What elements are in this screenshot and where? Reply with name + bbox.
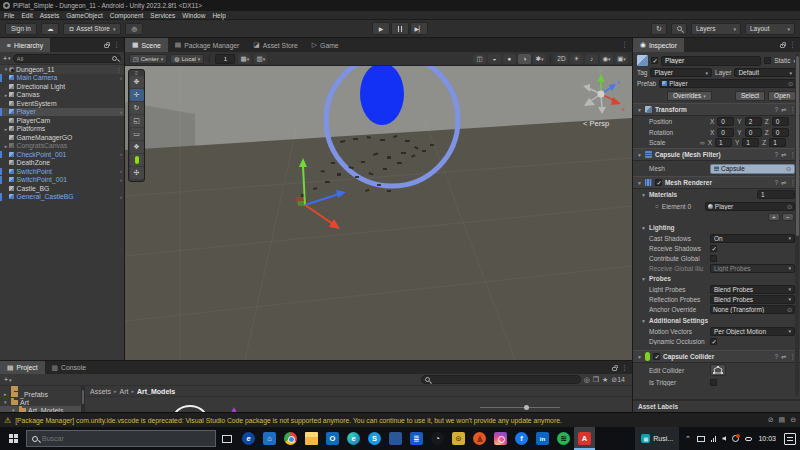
asset-store-button[interactable]: ◘Asset Store▾ (63, 23, 121, 35)
thumbnail-size-slider[interactable] (480, 405, 560, 410)
material-object-field[interactable]: Player⊙ (705, 202, 795, 211)
capsule-collider-header[interactable]: ▼ Capsule Collider ?⇌⋮ (633, 350, 800, 363)
transform-header[interactable]: ▼ Transform ?⇌⋮ (633, 103, 800, 116)
tray-people-icon[interactable] (732, 435, 739, 442)
scene-visibility-button[interactable]: ● (503, 54, 516, 64)
draw-mode-button[interactable]: ◫ (473, 54, 486, 64)
mute-icon[interactable]: ⊘ (768, 416, 774, 424)
scene-viewport[interactable]: y z x < Persp ≡ (125, 66, 632, 360)
layer-dropdown[interactable]: Default▾ (734, 68, 796, 77)
tray-app-rusi[interactable]: ▦Rusi... (635, 427, 679, 450)
taskbar-app-instagram[interactable] (490, 427, 511, 450)
edit-collider-button[interactable] (710, 364, 726, 376)
hierarchy-item[interactable]: PlayerCam (0, 116, 124, 125)
snap-settings-button[interactable]: ▥▾ (254, 54, 267, 64)
hierarchy-item[interactable]: General_CastleBG› (0, 193, 124, 202)
hierarchy-item[interactable]: SwitchPoint_001› (0, 176, 124, 185)
taskbar-app-internet-explorer[interactable]: e (238, 427, 259, 450)
menu-services[interactable]: Services (150, 12, 175, 19)
taskbar-app-chrome[interactable] (280, 427, 301, 450)
tab-game[interactable]: ▷Game (305, 38, 346, 52)
tab-hierarchy[interactable]: ≡Hierarchy (0, 38, 50, 52)
taskbar-app-gold[interactable]: ⊙ (448, 427, 469, 450)
hierarchy-item[interactable]: ▸Canvas (0, 91, 124, 100)
progress-icon[interactable]: ⊖ (790, 416, 796, 424)
motion-vectors-dropdown[interactable]: Per Object Motion▾ (710, 327, 795, 336)
tab-asset-store[interactable]: ◪Asset Store (246, 38, 305, 52)
scale-tool[interactable]: ◱ (130, 115, 144, 127)
light-probes-dropdown[interactable]: Blend Probes▾ (710, 285, 795, 294)
kebab-menu-icon[interactable]: ⋮ (621, 41, 628, 49)
open-button[interactable]: Open (768, 91, 796, 101)
taskbar-search[interactable] (26, 430, 216, 447)
breadcrumb-art-models[interactable]: Art_Models (137, 388, 175, 395)
taskbar-app-linkedin[interactable]: in (532, 427, 553, 450)
action-center-icon[interactable] (784, 433, 796, 445)
transform-tool[interactable]: ❖ (130, 141, 144, 153)
object-picker-icon[interactable]: ⊙ (787, 203, 792, 210)
taskbar-app-grid[interactable] (385, 427, 406, 450)
play-button[interactable]: ▶ (372, 22, 390, 35)
task-view-button[interactable] (216, 427, 238, 450)
probes-subheader[interactable]: ▼Probes (633, 273, 800, 284)
breadcrumb-art[interactable]: Art (120, 388, 129, 395)
hierarchy-item[interactable]: ▸Platforms (0, 125, 124, 134)
anchor-override-field[interactable]: None (Transform)⊙ (710, 305, 795, 314)
mesh-renderer-header[interactable]: ▼ Mesh Renderer ?⇌⋮ (633, 176, 800, 189)
undo-history-button[interactable]: ↻ (651, 23, 667, 35)
collab-button[interactable]: ◎ (125, 23, 143, 35)
hierarchy-item[interactable]: Castle_BG (0, 184, 124, 193)
mesh-renderer-checkbox[interactable] (655, 179, 662, 186)
scale-z-field[interactable]: 1 (769, 138, 786, 147)
camera-dropdown-button[interactable]: ◉▾ (600, 54, 613, 64)
folder-row[interactable]: ▾Art (0, 398, 84, 406)
collider-checkbox[interactable] (653, 353, 660, 360)
taskbar-search-input[interactable] (42, 435, 210, 442)
menu-file[interactable]: File (4, 12, 14, 19)
kebab-menu-icon[interactable]: ⋮ (116, 66, 122, 73)
hierarchy-search-box[interactable] (13, 54, 121, 63)
receive-shadows-checkbox[interactable] (710, 245, 717, 252)
shaded-wireframe-button[interactable]: ◒ (488, 54, 501, 64)
kebab-menu-icon[interactable]: ⋮ (789, 41, 796, 49)
inspector-scrollbar[interactable] (795, 54, 799, 396)
create-button[interactable]: +▾ (3, 55, 11, 62)
lock-icon[interactable] (780, 44, 785, 48)
step-button[interactable]: ▶▏ (410, 22, 428, 35)
taskbar-app-facebook[interactable]: f (511, 427, 532, 450)
dynamic-occlusion-checkbox[interactable] (710, 338, 717, 345)
menu-edit[interactable]: Edit (21, 12, 32, 19)
taskbar-app-file-explorer[interactable] (301, 427, 322, 450)
lock-icon[interactable] (612, 367, 617, 371)
overrides-dropdown[interactable]: Overrides▾ (667, 91, 712, 101)
taskbar-app-game[interactable]: ◔ (427, 427, 448, 450)
presets-icon[interactable]: ⇌ (781, 151, 786, 159)
drag-handle-icon[interactable]: = (655, 203, 659, 210)
object-picker-icon[interactable]: ⊙ (787, 306, 792, 313)
shading-mode-button[interactable]: ◑ (518, 54, 531, 64)
pause-button[interactable] (391, 22, 409, 35)
hierarchy-search-input[interactable] (17, 55, 110, 62)
position-x-field[interactable]: 0 (717, 117, 734, 126)
create-asset-button[interactable]: +▾ (4, 376, 12, 383)
scale-x-field[interactable]: 1 (715, 138, 732, 147)
tag-dropdown[interactable]: Player▾ (650, 68, 712, 77)
orientation-dropdown[interactable]: ◍Local▾ (170, 54, 204, 64)
menu-assets[interactable]: Assets (40, 12, 60, 19)
kebab-menu-icon[interactable]: ⋮ (621, 364, 628, 372)
materials-foldout[interactable]: ▼ Materials 1 (633, 189, 800, 200)
tray-display-icon[interactable] (697, 436, 705, 442)
gizmos-dropdown-button[interactable]: ▣▾ (615, 54, 628, 64)
mesh-object-field[interactable]: Capsule⊙ (710, 164, 795, 174)
cast-shadows-dropdown[interactable]: On▾ (710, 234, 795, 243)
gameobject-cube-icon[interactable] (637, 55, 648, 66)
is-trigger-checkbox[interactable] (710, 379, 717, 386)
lock-icon[interactable] (104, 44, 109, 48)
static-checkbox[interactable] (764, 57, 771, 64)
help-icon[interactable]: ? (774, 353, 778, 361)
grid-size-input[interactable] (215, 54, 235, 64)
scale-y-field[interactable]: 1 (742, 138, 759, 147)
hierarchy-item[interactable]: CheckPoint_001› (0, 150, 124, 159)
hierarchy-item[interactable]: GameManagerGO (0, 133, 124, 142)
search-by-label-icon[interactable]: ❒ (593, 376, 599, 384)
